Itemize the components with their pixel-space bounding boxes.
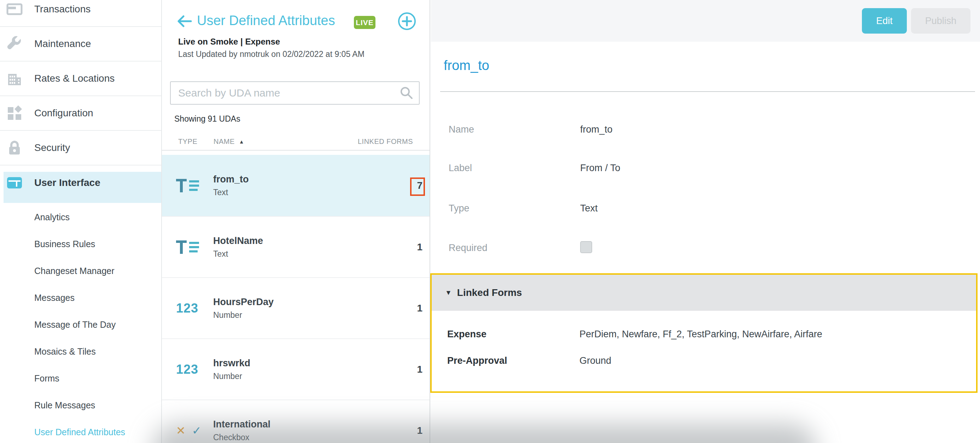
sidebar-item-transactions[interactable]: Transactions	[0, 0, 161, 27]
live-badge: LIVE	[354, 16, 375, 29]
sidebar-subitem-label: Forms	[34, 373, 59, 384]
divider	[440, 91, 975, 92]
sidebar-item-forms[interactable]: Forms	[0, 365, 161, 392]
building-icon	[6, 70, 22, 87]
form-name: Pre-Approval	[447, 355, 508, 366]
sidebar-item-business-rules[interactable]: Business Rules	[0, 231, 161, 257]
publish-button[interactable]: Publish	[911, 8, 970, 33]
sidebar-item-rule-messages[interactable]: Rule Messages	[0, 392, 161, 419]
sidebar-item-label: Transactions	[34, 3, 91, 15]
sort-ascending-icon: ▲	[239, 139, 244, 145]
row-text: from_to Text	[213, 174, 249, 197]
uda-type: Text	[213, 188, 249, 197]
number-glyph: 123	[176, 301, 198, 316]
linked-forms-count: 1	[417, 364, 423, 375]
sidebar-subitem-label: Analytics	[34, 212, 70, 222]
row-text: HoursPerDay Number	[213, 296, 274, 320]
row-text: HotelName Text	[213, 236, 263, 259]
sidebar-item-configuration[interactable]: Configuration	[0, 96, 161, 131]
page-title: User Defined Attributes	[197, 13, 335, 28]
sidebar-item-label: Security	[34, 142, 70, 153]
column-header-name-label: NAME	[213, 137, 235, 145]
add-uda-button[interactable]	[398, 12, 417, 31]
number-type-icon: 123	[176, 362, 201, 377]
sidebar-item-message-of-the-day[interactable]: Message of The Day	[0, 311, 161, 338]
sidebar-item-label: User Interface	[34, 177, 100, 188]
sidebar-subitem-label: Changeset Manager	[34, 266, 115, 276]
linked-forms-header[interactable]: ▼ Linked Forms	[432, 275, 976, 311]
linked-forms-row-pre-approval: Pre-Approval Ground	[432, 355, 976, 370]
card-icon	[6, 1, 22, 18]
collapse-icon: ▼	[445, 289, 452, 296]
red-highlight-box	[410, 177, 425, 196]
sidebar-subitem-label: Message of The Day	[34, 320, 116, 330]
sidebar-item-label: Rates & Locations	[34, 73, 115, 84]
row-text: International Checkbox	[213, 419, 270, 442]
sidebar-item-messages[interactable]: Messages	[0, 284, 161, 311]
field-value: from_to	[580, 124, 612, 135]
table-row-from-to[interactable]: from_to Text 7	[162, 155, 430, 216]
sidebar-item-analytics[interactable]: Analytics	[0, 204, 161, 231]
number-glyph: 123	[176, 362, 198, 377]
sidebar-item-security[interactable]: Security	[0, 131, 161, 166]
sidebar-subitem-label: Mosaics & Tiles	[34, 346, 96, 357]
uda-type: Number	[213, 371, 250, 381]
column-header-name[interactable]: NAME▲	[213, 137, 244, 146]
form-values: PerDiem, Newfare, Ff_2, TestParking, New…	[579, 329, 822, 340]
table-row-hrswrkd[interactable]: 123 hrswrkd Number 1	[162, 338, 430, 400]
sidebar-top-level-list: Transactions Maintenance Rates & Locatio…	[0, 0, 161, 200]
row-text: hrswrkd Number	[213, 358, 250, 381]
lock-icon	[6, 140, 22, 156]
check-icon: ✓	[192, 424, 202, 437]
uda-type: Number	[213, 311, 274, 320]
sidebar-item-label: Configuration	[34, 107, 93, 119]
modules-icon	[6, 105, 22, 121]
linked-forms-row-expense: Expense PerDiem, Newfare, Ff_2, TestPark…	[432, 329, 976, 343]
uda-search	[170, 81, 420, 105]
form-name: Expense	[447, 329, 487, 340]
results-count: Showing 91 UDAs	[174, 114, 240, 124]
edit-button[interactable]: Edit	[862, 8, 907, 33]
uda-detail-panel: Edit Publish from_to Name from_to Label …	[431, 0, 980, 443]
app-sidebar: Transactions Maintenance Rates & Locatio…	[0, 0, 162, 443]
sidebar-item-rates-locations[interactable]: Rates & Locations	[0, 62, 161, 96]
back-arrow-icon[interactable]	[176, 14, 192, 28]
sidebar-item-user-defined-attributes[interactable]: User Defined Attributes	[0, 419, 161, 443]
field-label: Required	[449, 242, 487, 253]
sidebar-item-mosaics-tiles[interactable]: Mosaics & Tiles	[0, 338, 161, 365]
table-row-hoursperday[interactable]: 123 HoursPerDay Number 1	[162, 277, 430, 338]
field-value: Text	[580, 203, 598, 214]
column-header-type: TYPE	[178, 137, 197, 146]
field-value: From / To	[580, 163, 620, 174]
field-row-label: Label From / To	[431, 163, 980, 177]
required-checkbox	[580, 241, 592, 253]
environment-label: Live on Smoke | Expense	[178, 37, 280, 47]
sidebar-sub-list: Analytics Business Rules Changeset Manag…	[0, 204, 161, 443]
sidebar-item-user-interface[interactable]: User Interface	[0, 166, 161, 200]
field-row-type: Type Text	[431, 203, 980, 217]
field-row-name: Name from_to	[431, 124, 980, 138]
search-input[interactable]	[170, 81, 420, 105]
field-label: Type	[449, 203, 469, 214]
cross-icon: ✕	[176, 424, 186, 437]
column-header-linked-forms: LINKED FORMS	[358, 137, 413, 146]
linked-forms-title: Linked Forms	[457, 287, 522, 298]
number-type-icon: 123	[176, 301, 201, 316]
sidebar-subitem-label: User Defined Attributes	[34, 427, 125, 437]
uda-list-panel: User Defined Attributes LIVE Live on Smo…	[162, 0, 430, 443]
linked-forms-count: 1	[417, 303, 423, 314]
detail-title: from_to	[444, 58, 489, 73]
sidebar-item-maintenance[interactable]: Maintenance	[0, 27, 161, 62]
field-label: Name	[449, 124, 474, 135]
linked-forms-section: ▼ Linked Forms Expense PerDiem, Newfare,…	[430, 273, 977, 393]
sidebar-subitem-label: Rule Messages	[34, 400, 95, 411]
sidebar-subitem-label: Messages	[34, 293, 75, 303]
wrench-icon	[6, 36, 22, 52]
sidebar-item-changeset-manager[interactable]: Changeset Manager	[0, 257, 161, 284]
last-updated-label: Last Updated by nmotruk on 02/02/2022 at…	[178, 49, 364, 59]
uda-table-body: from_to Text 7 HotelName Text 1	[162, 155, 430, 443]
uda-type: Checkbox	[213, 433, 270, 442]
text-type-icon	[176, 239, 201, 255]
table-row-international[interactable]: ✕ ✓ International Checkbox 1	[162, 400, 430, 443]
table-row-hotelname[interactable]: HotelName Text 1	[162, 216, 430, 277]
